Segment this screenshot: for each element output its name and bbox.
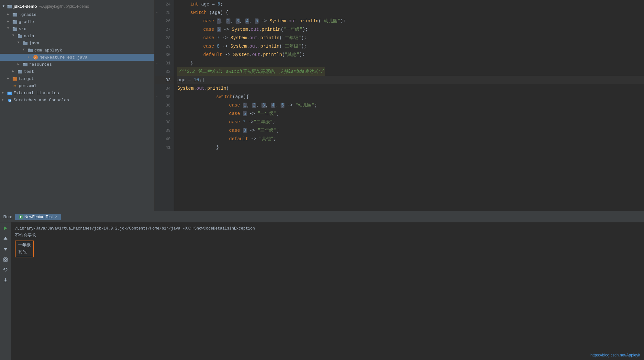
sidebar-item-target[interactable]: target <box>0 75 154 82</box>
svg-rect-17 <box>23 63 25 64</box>
svg-rect-7 <box>13 27 15 28</box>
sidebar-item-scratches[interactable]: ⚙ Scratches and Consoles <box>0 96 154 104</box>
comappleyk-arrow <box>23 48 27 52</box>
sidebar-item-newfeaturetest[interactable]: J NewFeatureTest.java <box>0 54 154 61</box>
sidebar-item-dotgradle[interactable]: .gradle <box>0 11 154 18</box>
gradle-label: gradle <box>19 19 34 24</box>
code-line-27: case 6 -> System.out.println("一年级"); <box>177 25 644 34</box>
line-num-35: ⬦ 35 <box>155 93 174 101</box>
sidebar-item-java[interactable]: java <box>0 39 154 47</box>
line-num-41: 41 <box>155 143 174 152</box>
sidebar-item-comappleyk[interactable]: com.appleyk <box>0 47 154 54</box>
editor-area: 24 ⬦ 25 26 27 28 29 30 ⬦ 31 32 33 34 ⬦ <box>155 0 644 211</box>
code-line-32: /**2.2 第二种方式: switch语句更加高逻格, 支持lambda表达式… <box>177 67 644 76</box>
download-button[interactable] <box>2 276 9 284</box>
code-container[interactable]: 24 ⬦ 25 26 27 28 29 30 ⬦ 31 32 33 34 ⬦ <box>155 0 644 211</box>
src-arrow <box>7 27 12 31</box>
scroll-down-button[interactable] <box>2 245 9 253</box>
line-numbers: 24 ⬦ 25 26 27 28 29 30 ⬦ 31 32 33 34 ⬦ <box>155 0 174 211</box>
sidebar-item-test[interactable]: test <box>0 68 154 75</box>
scratches-icon: ⚙ <box>7 97 12 103</box>
test-label: test <box>24 69 34 74</box>
main-arrow <box>12 34 17 38</box>
svg-point-33 <box>5 259 6 261</box>
svg-marker-30 <box>4 237 7 240</box>
src-icon <box>12 26 17 31</box>
breakpoint-31: ⬦ <box>156 62 158 65</box>
run-tab[interactable]: NewFeatureTest ✕ <box>15 214 61 220</box>
line-num-34: 34 <box>155 84 174 93</box>
run-tab-icon <box>18 215 23 219</box>
dotgradle-label: .gradle <box>19 12 37 17</box>
output-line-3: 其他 <box>18 249 31 256</box>
camera-button[interactable] <box>2 255 9 263</box>
code-line-25: switch (age) { <box>177 8 644 17</box>
java-label: java <box>29 41 39 46</box>
sidebar-item-resources[interactable]: resources <box>0 61 154 68</box>
gradle-icon <box>12 19 17 24</box>
code-line-24: int age = 6; <box>177 0 644 8</box>
project-name: jdk14-demo <box>14 4 37 9</box>
camera-icon <box>3 257 8 262</box>
play-button[interactable] <box>2 224 9 232</box>
sidebar-item-pomxml[interactable]: m pom.xml <box>0 82 154 89</box>
comappleyk-icon <box>28 48 33 53</box>
sidebar-item-src[interactable]: src <box>0 25 154 32</box>
run-output: /Library/Java/JavaVirtualMachines/jdk-14… <box>11 222 644 360</box>
line-num-37: 37 <box>155 109 174 118</box>
code-line-38: case 7 ->"二年级"; <box>177 118 644 126</box>
line-num-36: 36 <box>155 101 174 109</box>
extlibs-icon <box>7 90 12 96</box>
main-area: jdk14-demo ~/Appleyk/github/jdk14-demo .… <box>0 0 644 211</box>
up-arrow-icon <box>3 236 8 241</box>
svg-rect-1 <box>7 5 9 6</box>
extlibs-arrow <box>2 91 6 95</box>
output-text-3: 其他 <box>18 250 27 255</box>
scratches-label: Scratches and Consoles <box>14 98 69 103</box>
rerun-icon <box>3 267 8 272</box>
output-text-2: 一年级 <box>18 243 31 248</box>
sidebar-item-main[interactable]: main <box>0 32 154 39</box>
line-num-24: 24 <box>155 0 174 8</box>
down-arrow-icon <box>3 246 8 252</box>
breakpoint-35: ⬦ <box>156 95 158 98</box>
line-num-31: ⬦ 31 <box>155 59 174 67</box>
extlibs-label: External Libraries <box>14 91 59 96</box>
project-arrow[interactable] <box>2 4 6 9</box>
line-num-39: 39 <box>155 126 174 135</box>
src-label: src <box>19 27 26 31</box>
output-boxed: 一年级 其他 <box>15 239 640 257</box>
play-icon <box>3 226 8 231</box>
project-folder-icon <box>7 4 12 9</box>
svg-rect-21 <box>13 77 15 78</box>
resources-label: resources <box>29 62 52 67</box>
svg-text:⚙: ⚙ <box>9 99 11 102</box>
resources-icon <box>23 62 28 67</box>
target-arrow <box>7 76 12 81</box>
code-line-28: case 7 -> System.out.println("二年级"); <box>177 34 644 42</box>
output-cmd-line: /Library/Java/JavaVirtualMachines/jdk-14… <box>15 225 640 232</box>
output-text-1: 不符合要求 <box>15 233 36 238</box>
run-tab-close[interactable]: ✕ <box>55 215 58 219</box>
line-num-25: ⬦ 25 <box>155 8 174 17</box>
code-line-34: System.out.println( <box>177 84 644 93</box>
output-line-2: 一年级 <box>18 242 31 249</box>
line-num-33: 33 <box>155 76 174 84</box>
output-box: 一年级 其他 <box>15 241 34 257</box>
dotgradle-arrow <box>7 12 12 17</box>
main-label: main <box>24 34 34 39</box>
code-line-36: case 1, 2, 3, 4, 5 -> "幼儿园"; <box>177 101 644 109</box>
svg-rect-24 <box>8 94 11 94</box>
java-arrow <box>17 41 22 45</box>
svg-rect-19 <box>18 70 20 71</box>
run-label: Run: <box>3 214 12 219</box>
sidebar-item-gradle[interactable]: gradle <box>0 18 154 25</box>
line-num-32: 32 <box>155 67 174 76</box>
rerun-button[interactable] <box>2 266 9 274</box>
sidebar-item-extlibs[interactable]: External Libraries <box>0 89 154 96</box>
csdn-link[interactable]: https://blog.csdn.net/Appleyk <box>591 353 640 357</box>
line-num-40: 40 <box>155 135 174 143</box>
scratches-arrow <box>2 98 6 102</box>
scroll-up-button[interactable] <box>2 235 9 242</box>
newfeaturetest-label: NewFeatureTest.java <box>39 55 87 60</box>
